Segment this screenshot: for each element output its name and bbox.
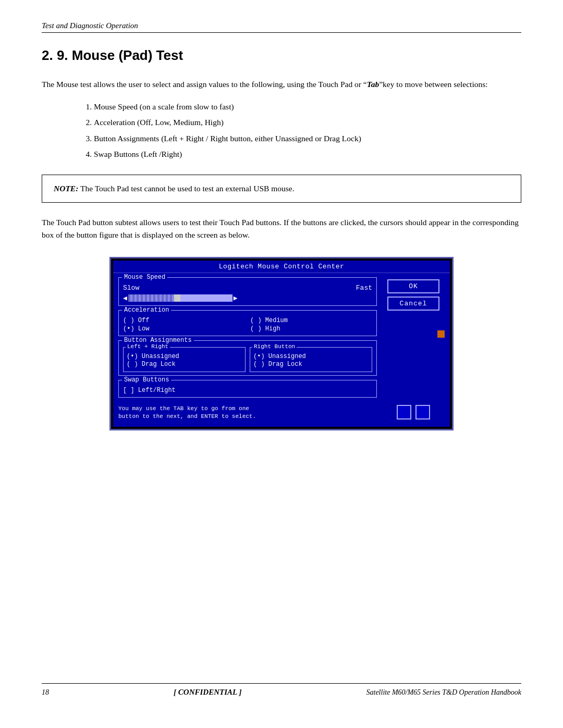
screenshot-inner: Logitech Mouse Control Center Mouse Spee… [113,261,450,427]
list-item: Acceleration (Off, Low, Medium, High) [94,116,521,129]
dialog-title: Logitech Mouse Control Center [219,263,345,270]
note-label: NOTE: [54,184,78,193]
right-button-options: (•) Unassigned ( ) Drag Lock [253,353,369,368]
cancel-button[interactable]: Cancel [387,297,439,311]
dialog-info: You may use the TAB key to go from one b… [118,403,377,423]
note-box: NOTE: The Touch Pad test cannot be used … [42,175,521,202]
fast-label: Fast [356,284,372,292]
slider-fill [128,294,175,302]
button-assignments-title: Button Assignments [122,337,194,344]
ok-button[interactable]: OK [387,279,439,293]
acceleration-section: Acceleration ( ) Off ( ) Medium (•) Low … [118,310,377,336]
rb-option-unassigned[interactable]: (•) Unassigned [253,353,369,360]
touchpad-left-btn [397,405,411,419]
lr-option-unassigned[interactable]: (•) Unassigned [127,353,242,360]
button-assignments-section: Button Assignments Left + Right (•) Unas… [118,340,377,376]
swap-buttons-title: Swap Buttons [122,376,171,384]
rb-option-draglock[interactable]: ( ) Drag Lock [253,361,369,368]
swap-buttons-section: Swap Buttons [ ] Left/Right [118,380,377,398]
list-item: Mouse Speed (on a scale from slow to fas… [94,100,521,114]
accel-option-off[interactable]: ( ) Off [123,317,245,324]
slider-track[interactable] [128,294,232,302]
desc-text: The Touch Pad button subtest allows user… [42,216,521,241]
acceleration-title: Acceleration [122,306,171,314]
footer-confidential: [ CONFIDENTIAL ] [174,688,241,697]
header-title: Test and Diagnostic Operation [42,21,138,30]
orange-cursor-indicator [437,330,445,338]
acceleration-grid: ( ) Off ( ) Medium (•) Low ( ) High [123,317,372,332]
note-text: The Touch Pad test cannot be used to tes… [80,184,295,193]
dialog-titlebar: Logitech Mouse Control Center [113,261,450,273]
left-right-subsection: Left + Right (•) Unassigned ( ) Drag Loc… [123,347,246,372]
info-line-2: button to the next, and ENTER to select. [118,413,377,421]
mouse-speed-title: Mouse Speed [122,274,167,281]
touchpad-figure [397,405,430,423]
slider-right-arrow[interactable]: ▶ [234,294,238,302]
lr-option-draglock[interactable]: ( ) Drag Lock [127,361,242,368]
slider-thumb [174,294,180,302]
feature-list: Mouse Speed (on a scale from slow to fas… [94,100,521,163]
swap-row: [ ] Left/Right [123,387,372,394]
accel-option-high[interactable]: ( ) High [250,325,372,332]
list-item: Button Assignments (Left + Right / Right… [94,132,521,145]
mouse-speed-section: Mouse Speed Slow Fast ◀ [118,277,377,306]
screenshot-wrapper: Logitech Mouse Control Center Mouse Spee… [109,257,454,431]
slow-label: Slow [123,284,139,292]
swap-option[interactable]: [ ] Left/Right [123,387,176,394]
dialog-left: Mouse Speed Slow Fast ◀ [118,277,377,423]
info-line-1: You may use the TAB key to go from one [118,405,377,413]
touchpad-right-btn [415,405,430,419]
left-right-title: Left + Right [126,343,170,350]
accel-option-medium[interactable]: ( ) Medium [250,317,372,324]
slider-container: ◀ ▶ [123,294,372,302]
intro-text: The Mouse test allows the user to select… [42,78,521,91]
section-heading: 2. 9. Mouse (Pad) Test [42,47,521,64]
list-item: Swap Buttons (Left /Right) [94,147,521,161]
screenshot-outer: Logitech Mouse Control Center Mouse Spee… [109,257,454,431]
left-right-options: (•) Unassigned ( ) Drag Lock [127,353,242,368]
speed-labels: Slow Fast [123,284,372,292]
page-footer: 18 [ CONFIDENTIAL ] Satellite M60/M65 Se… [42,683,521,697]
slider-left-arrow[interactable]: ◀ [123,294,127,302]
footer-page-number: 18 [42,688,49,697]
footer-doc-title: Satellite M60/M65 Series T&D Operation H… [366,688,521,697]
dialog-body: Mouse Speed Slow Fast ◀ [113,273,450,427]
header-section: Test and Diagnostic Operation [42,21,521,33]
right-button-title: Right Button [252,343,297,350]
button-assign-inner: Left + Right (•) Unassigned ( ) Drag Loc… [123,347,372,372]
tab-key-label: Tab [367,80,380,89]
dialog-right: OK Cancel [382,277,445,423]
accel-option-low[interactable]: (•) Low [123,325,245,332]
right-button-subsection: Right Button (•) Unassigned ( ) Drag Loc… [250,347,372,372]
